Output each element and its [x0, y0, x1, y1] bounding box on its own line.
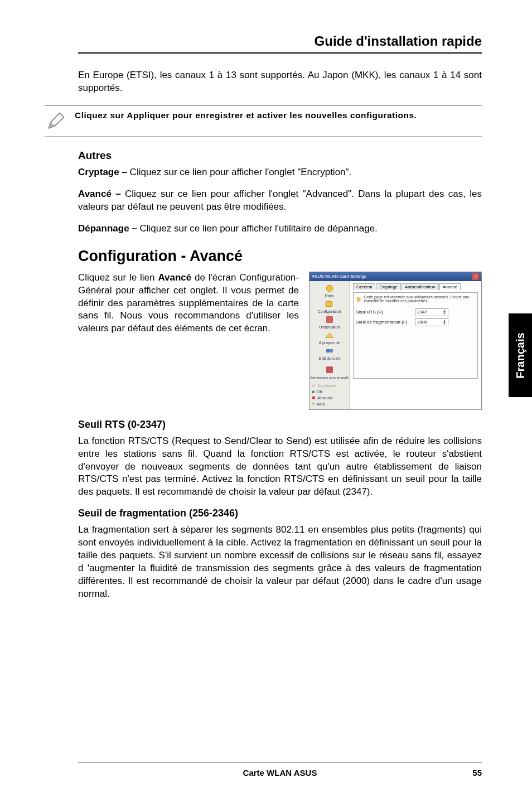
rts-paragraph: La fonction RTS/CTS (Request to Send/Cle…	[78, 435, 482, 499]
autres-heading: Autres	[78, 149, 482, 162]
frag-threshold-label: Seuil de fragmentation (F)	[356, 320, 412, 325]
avance-text: Cliquez sur ce lien pour afficher l'ongl…	[78, 189, 482, 212]
configuration-intro: Cliquez sur le lien Avancé de l'écran Co…	[78, 272, 299, 336]
tab-avance[interactable]: Avancé	[439, 283, 461, 290]
rts-threshold-label: Seuil RTS (R)	[356, 310, 412, 315]
ok-button[interactable]: ♣OK	[312, 389, 347, 394]
avance-paragraph: Avancé – Cliquez sur ce lien pour affich…	[78, 188, 482, 214]
close-icon[interactable]: ×	[472, 273, 479, 280]
cryptage-text: Cliquez sur ce lien pour afficher l'ongl…	[127, 167, 351, 177]
warning-text: Cette page est réservée aux utilisateurs…	[364, 295, 475, 304]
note-callout: Cliquez sur Appliquer pour enregistrer e…	[45, 105, 482, 137]
apply-icon: ✔	[312, 383, 316, 388]
config-intro-pre: Cliquez sur le lien	[78, 272, 158, 283]
depannage-text: Cliquez sur ce lien pour afficher l'util…	[137, 223, 378, 234]
avance-label: Avancé –	[78, 189, 121, 199]
intro-paragraph: En Europe (ETSI), les canaux 1 à 13 sont…	[78, 69, 482, 95]
footer-title: Carte WLAN ASUS	[243, 768, 317, 777]
sidebar-item-etats[interactable]: Etats	[323, 283, 336, 298]
apply-button[interactable]: ✔Appliquer	[312, 383, 347, 388]
page-footer: Carte WLAN ASUS 55	[78, 762, 482, 777]
status-icon	[323, 283, 336, 293]
survey-icon	[323, 315, 336, 325]
ok-icon: ♣	[312, 389, 315, 394]
rts-heading: Seuil RTS (0-2347)	[78, 419, 482, 431]
dialog-titlebar: ASUS WLAN Card Settings ×	[309, 272, 481, 281]
link-state-icon	[323, 346, 336, 356]
frag-heading: Seuil de fragmentation (256-2346)	[78, 508, 482, 519]
help-button[interactable]: ?Aide	[312, 402, 347, 407]
settings-dialog-screenshot: ASUS WLAN Card Settings × Etats Configur…	[309, 272, 482, 410]
tab-cryptage[interactable]: Cryptage	[376, 283, 400, 290]
language-side-tab: Français	[509, 313, 532, 397]
tab-authentification[interactable]: Authentification	[402, 283, 439, 290]
help-icon: ?	[312, 402, 315, 407]
cancel-icon: ✖	[312, 395, 316, 400]
configuration-heading: Configuration - Avancé	[78, 248, 482, 265]
dialog-title: ASUS WLAN Card Settings	[312, 274, 366, 279]
save-icon	[323, 365, 336, 375]
cryptage-paragraph: Cryptage – Cliquez sur ce lien pour affi…	[78, 166, 482, 179]
svg-rect-5	[326, 366, 332, 373]
rts-threshold-input[interactable]: 2347 ▲▼	[415, 308, 448, 316]
sidebar-item-sauvegarde[interactable]: Sauvegarde comme profil	[310, 365, 348, 379]
config-icon	[323, 299, 335, 309]
spinner-buttons[interactable]: ▲▼	[443, 320, 446, 325]
sidebar-item-observation[interactable]: Observation	[319, 315, 340, 329]
pencil-icon	[45, 110, 67, 132]
svg-point-0	[326, 285, 333, 292]
svg-rect-2	[326, 316, 332, 322]
svg-rect-3	[326, 349, 330, 352]
sidebar-item-configuration[interactable]: Configuration	[318, 299, 341, 313]
page-header-title: Guide d'installation rapide	[78, 33, 482, 54]
cancel-button[interactable]: ✖Annuler	[312, 395, 347, 400]
frag-paragraph: La fragmentation sert à séparer les segm…	[78, 524, 482, 601]
config-intro-bold: Avancé	[158, 272, 191, 283]
depannage-paragraph: Dépannage – Cliquez sur ce lien pour aff…	[78, 223, 482, 235]
svg-rect-4	[330, 349, 333, 352]
note-text: Cliquez sur Appliquer pour enregistrer e…	[75, 110, 417, 122]
spinner-buttons[interactable]: ▲▼	[443, 310, 446, 315]
about-icon	[323, 330, 336, 340]
warning-icon	[356, 295, 361, 304]
svg-rect-1	[326, 301, 332, 306]
dialog-sidebar: Etats Configuration Observation A propos…	[309, 281, 350, 409]
frag-threshold-input[interactable]: 2000 ▲▼	[415, 318, 448, 326]
dialog-tabs: Général Cryptage Authentification Avancé	[353, 283, 478, 290]
sidebar-item-etatlien[interactable]: Etat du Lien	[319, 346, 340, 360]
tab-general[interactable]: Général	[353, 283, 375, 290]
cryptage-label: Cryptage –	[78, 167, 127, 177]
language-label: Français	[514, 332, 527, 378]
depannage-label: Dépannage –	[78, 223, 137, 234]
sidebar-item-apropos[interactable]: A propos de	[319, 330, 340, 345]
page-number: 55	[472, 768, 482, 777]
